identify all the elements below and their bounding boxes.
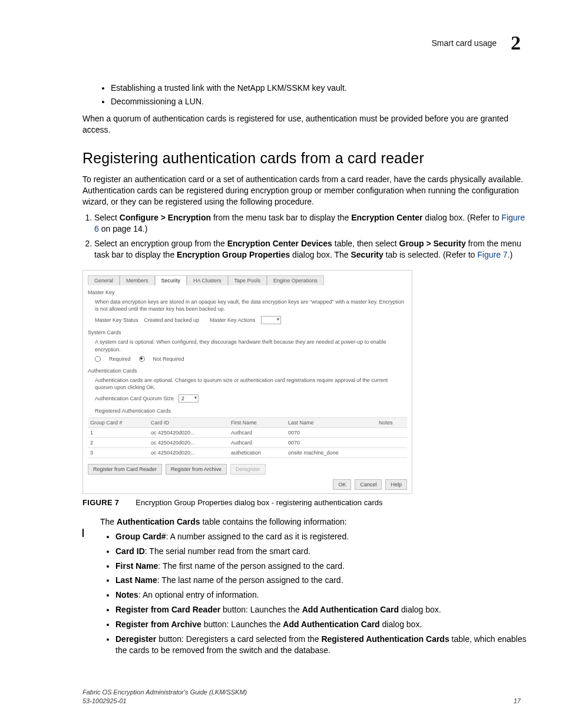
list-item: Establishing a trusted link with the Net… [111,83,527,94]
tab-bar: General Members Security HA Clusters Tap… [88,275,407,285]
register-archive-button[interactable]: Register from Archive [166,464,227,475]
deregister-button[interactable]: Deregister [230,464,266,475]
system-cards-text: A system card is optional. When configur… [95,338,407,353]
col-last-name: Last Name [286,417,376,427]
mk-actions-label: Master Key Actions [210,317,255,324]
figure-caption-text: Encryption Group Properties dialog box -… [135,498,382,507]
mk-actions-select[interactable] [261,316,281,324]
list-item: Last Name: The last name of the person a… [115,575,527,586]
ok-button[interactable]: OK [333,479,351,490]
table-row[interactable]: 3 oc 4250420d020... authetication onsite… [88,447,407,457]
tab-general[interactable]: General [88,275,120,285]
help-button[interactable]: Help [385,479,407,490]
chapter-number: 2 [511,33,521,53]
xref-figure-7[interactable]: Figure 7 [477,250,507,259]
tab-ha-clusters[interactable]: HA Clusters [187,275,228,285]
radio-required[interactable] [95,356,101,362]
reg-table-label: Registered Authentication Cards [95,407,407,414]
list-item: Card ID: The serial number read from the… [115,546,527,557]
list-item: Notes: An optional entry of information. [115,589,527,601]
step-1: Select Configure > Encryption from the m… [94,212,527,235]
tab-tape-pools[interactable]: Tape Pools [228,275,267,285]
top-bullets: Establishing a trusted link with the Net… [100,83,527,107]
register-card-reader-button[interactable]: Register from Card Reader [88,464,162,475]
auth-cards-table: Group Card # Card ID First Name Last Nam… [88,417,407,459]
page: Smart card usage 2 Establishing a truste… [0,0,562,728]
header-section: Smart card usage [432,38,497,49]
list-item: Deregister button: Deregisters a card se… [115,634,527,656]
procedure-steps: Select Configure > Encryption from the m… [82,212,527,261]
col-card-id: Card ID [148,417,229,427]
paragraph: The Authentication Cards table contains … [82,516,527,528]
auth-cards-label: Authentication Cards [88,367,407,374]
radio-required-label: Required [109,355,131,363]
col-first-name: First Name [229,417,286,427]
dialog-box: General Members Security HA Clusters Tap… [82,270,412,495]
table-row[interactable]: 1 oc 4250420d020... Authcard 0070 [88,427,407,437]
section-heading: Registering authentication cards from a … [82,149,527,169]
list-item: Register from Archive button: Launches t… [115,619,527,630]
tab-members[interactable]: Members [120,275,155,285]
figure-caption: FIGURE 7Encryption Group Properties dial… [82,498,527,508]
mk-status-label: Master Key Status [95,317,138,324]
auth-cards-text: Authentication cards are optional. Chang… [95,377,407,391]
content: Establishing a trusted link with the Net… [82,83,527,656]
table-row[interactable]: 2 oc 4250420d020... Authcard 0070 [88,437,407,447]
running-header: Smart card usage 2 [432,33,521,53]
list-item: Register from Card Reader button: Launch… [115,604,527,615]
list-item: Decommissioning a LUN. [111,96,527,107]
master-key-label: Master Key [88,289,407,296]
figure-7: General Members Security HA Clusters Tap… [82,270,527,508]
system-cards-label: System Cards [88,329,407,336]
info-list: Group Card#: A number assigned to the ca… [82,531,527,656]
radio-not-required[interactable] [139,356,145,362]
footer-title: Fabric OS Encryption Administrator's Gui… [82,688,247,697]
tab-engine-operations[interactable]: Engine Operations [267,275,324,285]
quorum-size-select[interactable]: 2 [178,394,199,403]
tab-security[interactable]: Security [155,275,187,285]
change-bar-icon [82,529,84,537]
figure-label: FIGURE 7 [82,498,119,507]
footer-docnum: 53-1002925-01 [82,697,247,706]
cancel-button[interactable]: Cancel [355,479,382,490]
page-footer: Fabric OS Encryption Administrator's Gui… [82,688,521,706]
quorum-size-label: Authentication Card Quorum Size [95,395,174,402]
master-key-text: When data encryption keys are stored in … [95,298,407,312]
mk-status-value: Created and backed up [144,317,200,324]
step-2: Select an encryption group from the Encr… [94,238,527,261]
paragraph: To register an authentication card or a … [82,174,527,207]
list-item: Group Card#: A number assigned to the ca… [115,531,527,542]
list-item: First Name: The first name of the person… [115,561,527,572]
page-number: 17 [514,697,521,706]
col-notes: Notes [376,417,407,427]
paragraph: When a quorum of authentication cards is… [82,113,527,136]
col-group-card: Group Card # [88,417,148,427]
radio-not-required-label: Not Required [153,355,184,363]
